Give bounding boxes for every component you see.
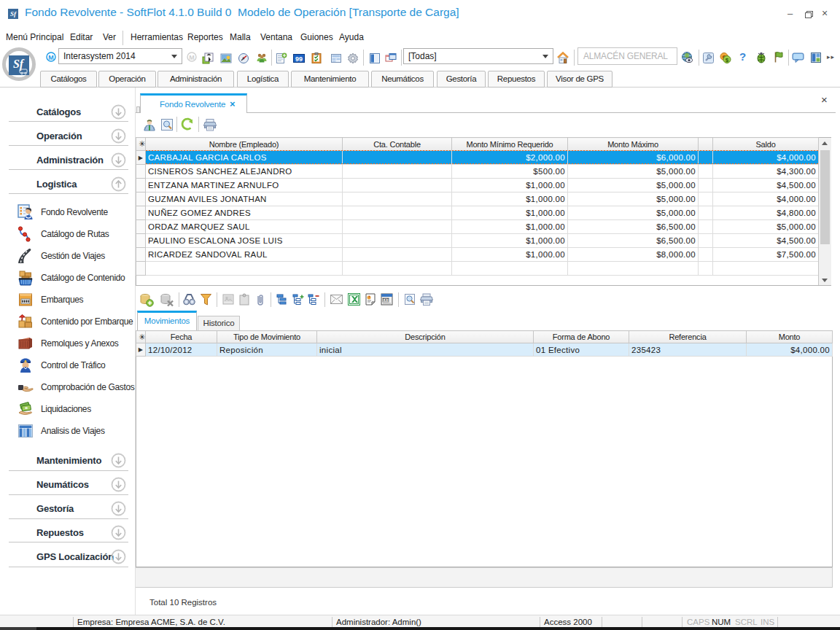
svg-text:M: M [48,54,54,61]
svg-text:$: $ [726,57,729,63]
svg-text:M: M [189,54,195,61]
svg-text:Sf: Sf [10,10,17,18]
svg-text:TXT: TXT [383,298,389,302]
svg-text:Sf: Sf [13,58,25,71]
svg-text:99: 99 [295,55,303,63]
